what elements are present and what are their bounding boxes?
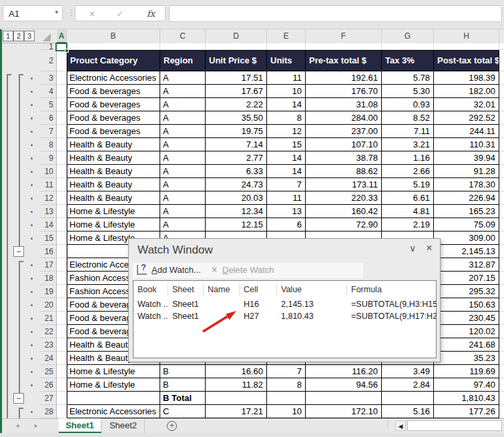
row-header-7[interactable]: 7 (40, 125, 57, 138)
cell-a19[interactable] (57, 285, 67, 298)
row-header-16[interactable]: 16 (40, 245, 57, 258)
cell-c4[interactable]: A (160, 85, 206, 98)
cell-h25[interactable]: 119.69 (434, 365, 499, 378)
cell-e7[interactable]: 12 (267, 125, 306, 138)
cell-f11[interactable]: 173.11 (306, 178, 382, 191)
cell-f3[interactable]: 192.61 (306, 71, 382, 85)
cell-h15[interactable]: 309.00 (434, 232, 499, 245)
cell-g11[interactable]: 5.19 (382, 178, 434, 191)
row-header-27[interactable]: 27 (40, 392, 57, 405)
cell-after-h-22[interactable] (499, 325, 504, 338)
horizontal-scrollbar[interactable] (407, 420, 502, 431)
row-header-23[interactable]: 23 (40, 338, 57, 352)
cell-e1[interactable] (267, 43, 306, 50)
cell-c14[interactable]: A (160, 218, 206, 232)
cell-b12[interactable]: Health & Beauty (67, 191, 160, 205)
cell-g6[interactable]: 8.52 (382, 111, 434, 125)
cell-h19[interactable]: 295.32 (434, 285, 499, 298)
cell-f9[interactable]: 38.78 (306, 151, 382, 165)
row-header-5[interactable]: 5 (40, 98, 57, 111)
cell-b28[interactable]: Electronic Accessories (67, 405, 160, 418)
row-header-26[interactable]: 26 (40, 378, 57, 392)
header-cell-e2[interactable]: Units (267, 50, 306, 71)
row-header-24[interactable]: 24 (40, 352, 57, 365)
cell-after-h-16[interactable] (499, 245, 504, 258)
column-header-h[interactable]: H (434, 29, 499, 43)
cell-a21[interactable] (57, 312, 67, 325)
cell-e6[interactable]: 8 (267, 111, 306, 125)
cell-g27[interactable] (382, 392, 434, 405)
cell-c13[interactable]: A (160, 205, 206, 218)
cell-e11[interactable]: 7 (267, 178, 306, 191)
cell-a25[interactable] (57, 365, 67, 378)
cell-g7[interactable]: 7.11 (382, 125, 434, 138)
cell-g14[interactable]: 2.19 (382, 218, 434, 232)
cell-h9[interactable]: 39.94 (434, 151, 499, 165)
insert-function-fx-icon[interactable]: fx (141, 6, 161, 21)
cell-h11[interactable]: 178.30 (434, 178, 499, 191)
outline-level-button-1[interactable]: 1 (3, 31, 13, 41)
row-header-13[interactable]: 13 (40, 205, 57, 218)
cell-after-h-4[interactable] (499, 85, 504, 98)
cell-g5[interactable]: 0.93 (382, 98, 434, 111)
cell-c12[interactable]: A (160, 191, 206, 205)
add-sheet-button[interactable]: + (167, 421, 177, 431)
formula-input[interactable] (169, 5, 502, 22)
cell-after-h-21[interactable] (499, 312, 504, 325)
cell-d8[interactable]: 7.14 (206, 138, 267, 151)
sheet-nav-right-icon[interactable]: ▸ (29, 418, 43, 433)
header-cell-g2[interactable]: Tax 3% (382, 50, 434, 71)
header-cell-h2[interactable]: Post-tax total $ (434, 50, 499, 71)
cell-e4[interactable]: 10 (267, 85, 306, 98)
watch-column-header-cell[interactable]: Cell (240, 283, 277, 296)
cell-b1[interactable] (67, 43, 160, 50)
cell-c9[interactable]: A (160, 151, 206, 165)
column-header-a[interactable]: A (57, 29, 67, 43)
cell-d14[interactable]: 12.15 (206, 218, 267, 232)
cell-h20[interactable]: 150.63 (434, 298, 499, 312)
sheet-nav-left-icon[interactable]: ◂ (11, 418, 24, 433)
row-header-4[interactable]: 4 (40, 85, 57, 98)
cell-a26[interactable] (57, 378, 67, 392)
cell-f27[interactable] (306, 392, 382, 405)
cell-after-h-23[interactable] (499, 338, 504, 352)
cell-a27[interactable] (57, 392, 67, 405)
cell-h22[interactable]: 120.02 (434, 325, 499, 338)
cell-f10[interactable]: 88.62 (306, 165, 382, 178)
cell-f1[interactable] (306, 43, 382, 50)
cell-g12[interactable]: 6.61 (382, 191, 434, 205)
column-header-d[interactable]: D (206, 29, 267, 43)
cell-after-h-1[interactable] (499, 43, 504, 50)
sheet-tab-sheet1[interactable]: Sheet1 (59, 418, 101, 433)
cell-a10[interactable] (57, 165, 67, 178)
collapse-chevron-icon[interactable]: ∨ (406, 243, 419, 254)
header-cell-f2[interactable]: Pre-tax total $ (306, 50, 382, 71)
cell-g9[interactable]: 1.16 (382, 151, 434, 165)
cell-e3[interactable]: 11 (267, 71, 306, 85)
row-header-19[interactable]: 19 (40, 285, 57, 298)
hscroll-left-icon[interactable]: ◀ (395, 420, 406, 431)
cell-d9[interactable]: 2.77 (206, 151, 267, 165)
cell-f13[interactable]: 160.42 (306, 205, 382, 218)
name-box[interactable]: A1 ▾ (3, 5, 63, 21)
cell-h10[interactable]: 91.28 (434, 165, 499, 178)
cell-c11[interactable]: A (160, 178, 206, 191)
cell-after-h-25[interactable] (499, 365, 504, 378)
cell-after-h-12[interactable] (499, 191, 504, 205)
row-header-11[interactable]: 11 (40, 178, 57, 191)
cell-a4[interactable] (57, 85, 67, 98)
sheet-tab-sheet2[interactable]: Sheet2 (102, 418, 145, 433)
cell-f4[interactable]: 176.70 (306, 85, 382, 98)
cell-after-h-17[interactable] (499, 258, 504, 272)
cell-a18[interactable] (57, 272, 67, 285)
cell-a11[interactable] (57, 178, 67, 191)
row-header-17[interactable]: 17 (40, 258, 57, 272)
cell-f8[interactable]: 107.10 (306, 138, 382, 151)
cell-d13[interactable]: 12.34 (206, 205, 267, 218)
cell-after-h-18[interactable] (499, 272, 504, 285)
cell-a23[interactable] (57, 338, 67, 352)
cell-a17[interactable] (57, 258, 67, 272)
cell-c7[interactable]: A (160, 125, 206, 138)
cell-a16[interactable] (57, 245, 67, 258)
cell-b4[interactable]: Food & beverages (67, 85, 160, 98)
